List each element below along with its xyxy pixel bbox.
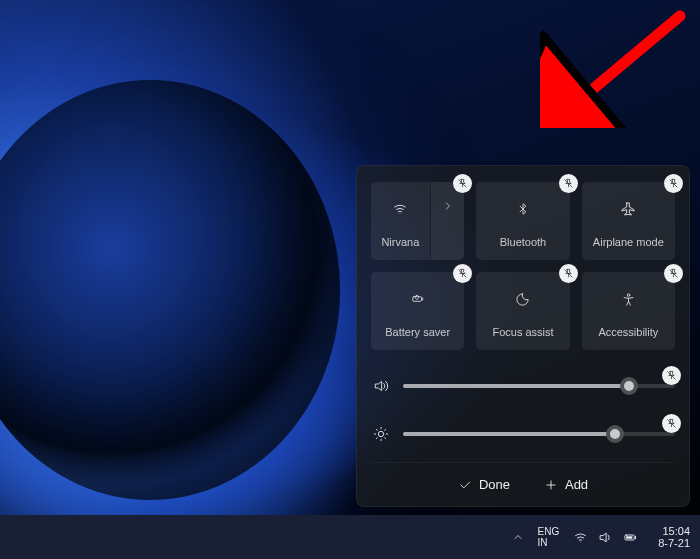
clock[interactable]: 15:04 8-7-21	[658, 525, 690, 549]
add-label: Add	[565, 477, 588, 492]
date-text: 8-7-21	[658, 537, 690, 549]
wifi-toggle[interactable]: Nirvana	[371, 182, 431, 260]
brightness-slider[interactable]	[403, 432, 675, 436]
unpin-button-wifi[interactable]	[453, 174, 472, 193]
unpin-button-accessibility[interactable]	[664, 264, 683, 283]
unpin-icon	[457, 178, 468, 189]
svg-point-5	[378, 431, 383, 436]
battery-saver-icon	[409, 292, 427, 306]
unpin-button-battery[interactable]	[453, 264, 472, 283]
unpin-icon	[563, 178, 574, 189]
focus-assist-icon	[515, 292, 530, 307]
unpin-icon	[563, 268, 574, 279]
unpin-icon	[666, 370, 677, 381]
volume-slider-row	[371, 374, 675, 398]
accessibility-icon	[621, 292, 636, 307]
accessibility-tile[interactable]: Accessibility	[582, 272, 675, 350]
battery-tray-icon[interactable]	[623, 530, 638, 545]
unpin-button-bluetooth[interactable]	[559, 174, 578, 193]
quick-settings-grid: Nirvana Bluetooth Airplane mode	[371, 182, 675, 350]
check-icon	[458, 478, 472, 492]
svg-point-4	[627, 293, 630, 296]
volume-icon[interactable]	[371, 378, 391, 394]
time-text: 15:04	[662, 525, 690, 537]
bluetooth-label: Bluetooth	[500, 236, 546, 248]
wifi-tile[interactable]: Nirvana	[371, 182, 464, 260]
airplane-icon	[620, 201, 636, 217]
wifi-icon	[392, 201, 408, 217]
svg-rect-8	[626, 536, 632, 539]
unpin-icon	[668, 178, 679, 189]
unpin-button-airplane[interactable]	[664, 174, 683, 193]
plus-icon	[544, 478, 558, 492]
volume-slider[interactable]	[403, 384, 675, 388]
brightness-icon[interactable]	[371, 426, 391, 442]
unpin-icon	[666, 418, 677, 429]
system-tray[interactable]	[573, 530, 638, 545]
svg-point-2	[400, 213, 401, 214]
airplane-label: Airplane mode	[593, 236, 664, 248]
volume-tray-icon[interactable]	[598, 530, 613, 545]
bluetooth-tile[interactable]: Bluetooth	[476, 182, 569, 260]
svg-point-6	[580, 541, 581, 542]
panel-footer: Done Add	[371, 462, 675, 496]
add-button[interactable]: Add	[538, 473, 594, 496]
battery-saver-tile[interactable]: Battery saver	[371, 272, 464, 350]
chevron-right-icon	[442, 200, 454, 212]
unpin-button-volume[interactable]	[662, 366, 681, 385]
tray-overflow-icon[interactable]	[512, 531, 524, 543]
done-button[interactable]: Done	[452, 473, 516, 496]
done-label: Done	[479, 477, 510, 492]
bluetooth-icon	[516, 202, 530, 216]
taskbar: ENG IN 15:04 8-7-21	[0, 515, 700, 559]
wifi-label: Nirvana	[381, 236, 419, 248]
battery-saver-label: Battery saver	[385, 326, 450, 338]
language-indicator[interactable]: ENG IN	[538, 526, 560, 548]
wifi-expand-button[interactable]	[431, 182, 465, 260]
lang-top: ENG	[538, 526, 560, 537]
wifi-tray-icon[interactable]	[573, 530, 588, 545]
lang-bottom: IN	[538, 537, 548, 548]
focus-assist-tile[interactable]: Focus assist	[476, 272, 569, 350]
unpin-icon	[668, 268, 679, 279]
airplane-tile[interactable]: Airplane mode	[582, 182, 675, 260]
unpin-icon	[457, 268, 468, 279]
brightness-slider-row	[371, 422, 675, 446]
unpin-button-focus[interactable]	[559, 264, 578, 283]
focus-assist-label: Focus assist	[492, 326, 553, 338]
unpin-button-brightness[interactable]	[662, 414, 681, 433]
accessibility-label: Accessibility	[598, 326, 658, 338]
quick-settings-panel: Nirvana Bluetooth Airplane mode	[356, 165, 690, 507]
